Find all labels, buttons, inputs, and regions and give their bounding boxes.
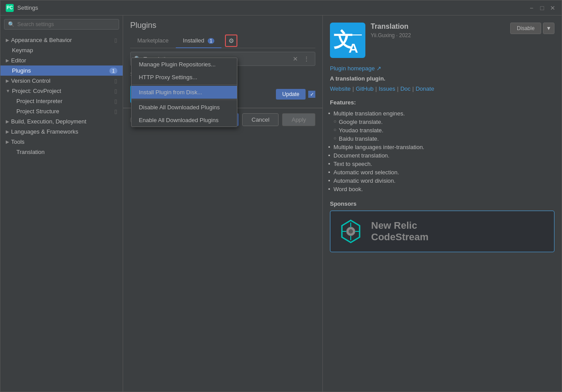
enable-all-item[interactable]: Enable All Downloaded Plugins (132, 114, 237, 127)
install-from-disk-item[interactable]: Install Plugin from Disk... (132, 86, 237, 99)
plugins-tabs: Marketplace Installed 1 ⚙ Manage Plugin … (130, 34, 315, 48)
sidebar-item-editor[interactable]: ▶ Editor (0, 55, 123, 65)
feature-item: Automatic word selection. (330, 168, 554, 177)
sponsors-title: Sponsors (330, 200, 554, 207)
sidebar-item-project-interpreter[interactable]: Project Interpreter ▯ (0, 96, 123, 106)
gear-button[interactable]: ⚙ (225, 35, 237, 47)
update-button[interactable]: Update (276, 89, 306, 100)
maximize-button[interactable]: □ (539, 4, 546, 12)
detail-panel: 文 A Translation Yii.Guxing · 2022 (322, 15, 562, 392)
sidebar-item-label: Project Interpreter (16, 98, 62, 104)
plugin-description: A translation plugin. (330, 75, 554, 82)
disable-button[interactable]: Disable (510, 23, 541, 34)
sidebar-item-label: Project Structure (16, 108, 59, 115)
detail-actions: Disable ▼ (510, 23, 554, 34)
tab-label: Marketplace (137, 37, 169, 44)
window-title: Settings (17, 4, 528, 11)
gear-dropdown-menu: Manage Plugin Repositories... HTTP Proxy… (131, 58, 237, 127)
plugin-links: Website | GitHub | Issues | Doc | Donate (330, 85, 554, 92)
plugin-enabled-checkbox[interactable]: ✓ (308, 91, 315, 98)
sidebar-item-label: Translation (16, 149, 45, 155)
tab-label: Installed (183, 37, 204, 44)
settings-search-box[interactable]: 🔍 (4, 19, 119, 30)
issues-link[interactable]: Issues (379, 85, 395, 92)
clear-search-button[interactable]: ✕ (291, 54, 300, 63)
detail-plugin-icon: 文 A (330, 23, 365, 58)
http-proxy-item[interactable]: HTTP Proxy Settings... (132, 71, 237, 84)
detail-plugin-name: Translation (371, 23, 411, 31)
plugins-title: Plugins (130, 21, 315, 30)
disable-dropdown-button[interactable]: ▼ (543, 23, 554, 34)
feature-item: Text to speech. (330, 160, 554, 168)
sidebar-item-plugins[interactable]: Plugins 1 (0, 65, 123, 76)
main-content: 🔍 ▶ Appearance & Behavior ▯ Keymap ▶ (0, 15, 562, 392)
donate-link[interactable]: Donate (415, 85, 434, 92)
plugins-header: Plugins Marketplace Installed 1 ⚙ (123, 15, 322, 48)
svg-point-10 (349, 229, 353, 234)
sidebar-item-version-control[interactable]: ▶ Version Control ▯ (0, 76, 123, 86)
menu-divider (132, 85, 237, 85)
sponsor-name-line1: New Relic (371, 220, 429, 231)
sidebar-item-project-structure[interactable]: Project Structure ▯ (0, 106, 123, 116)
sidebar-item-keymap[interactable]: Keymap (0, 45, 123, 55)
doc-link[interactable]: Doc (400, 85, 411, 92)
feature-item: Automatic word division. (330, 177, 554, 185)
sidebar-item-label: Plugins (12, 67, 31, 74)
more-options-button[interactable]: ⋮ (302, 54, 311, 63)
plugin-actions: Update ✓ (276, 89, 315, 100)
copy-icon: ▯ (114, 88, 117, 94)
plugin-search-actions: ✕ ⋮ (291, 54, 311, 63)
settings-window: PC Settings − □ ✕ 🔍 ▶ Appearance & Behav… (0, 0, 562, 392)
feature-item: Multiple languages inter-translation. (330, 143, 554, 151)
sidebar-item-label: Editor (11, 57, 26, 64)
sidebar-item-translation[interactable]: Translation (0, 147, 123, 157)
sidebar-item-languages[interactable]: ▶ Languages & Frameworks (0, 127, 123, 137)
settings-search-input[interactable] (17, 21, 115, 27)
expand-icon: ▶ (6, 78, 9, 83)
copy-icon: ▯ (114, 108, 117, 115)
sidebar-item-label: Version Control (11, 77, 50, 84)
minimize-button[interactable]: − (528, 4, 535, 12)
github-link[interactable]: GitHub (356, 85, 373, 92)
sidebar-item-tools[interactable]: ▶ Tools (0, 137, 123, 147)
feature-sub-item: Youdao translate. (330, 126, 554, 135)
installed-badge: 1 (208, 38, 215, 44)
feature-item: Word book. (330, 185, 554, 193)
plugins-badge: 1 (109, 68, 117, 74)
features-title: Features: (330, 99, 554, 106)
tab-marketplace[interactable]: Marketplace (130, 34, 176, 48)
detail-plugin-info: Translation Yii.Guxing · 2022 Disable ▼ (371, 23, 554, 38)
manage-repos-item[interactable]: Manage Plugin Repositories... (132, 58, 237, 71)
detail-plugin-version: Yii.Guxing · 2022 (371, 32, 411, 38)
title-bar: PC Settings − □ ✕ (0, 0, 562, 15)
sidebar-item-label: Build, Execution, Deployment (11, 118, 86, 125)
tab-installed[interactable]: Installed 1 (176, 34, 222, 48)
disable-all-item[interactable]: Disable All Downloaded Plugins (132, 101, 237, 114)
window-controls: − □ ✕ (528, 4, 556, 12)
sidebar-item-appearance[interactable]: ▶ Appearance & Behavior ▯ (0, 35, 123, 45)
search-icon: 🔍 (8, 21, 15, 27)
sponsor-name-line2: CodeStream (371, 231, 429, 243)
close-button[interactable]: ✕ (549, 4, 556, 12)
plugin-homepage-link[interactable]: Plugin homepage ↗ (330, 65, 381, 72)
expand-icon: ▶ (6, 129, 9, 134)
website-link[interactable]: Website (330, 85, 351, 92)
sponsor-card[interactable]: New Relic CodeStream (330, 211, 554, 252)
app-icon: PC (6, 4, 14, 12)
sidebar-item-build[interactable]: ▶ Build, Execution, Deployment (0, 116, 123, 127)
copy-icon: ▯ (114, 98, 117, 104)
expand-icon: ▶ (6, 139, 9, 144)
cancel-button[interactable]: Cancel (242, 113, 279, 126)
detail-header: 文 A Translation Yii.Guxing · 2022 (330, 23, 554, 58)
sponsor-logo (337, 218, 364, 245)
gear-dropdown-container: ⚙ Manage Plugin Repositories... HTTP Pro… (221, 35, 237, 47)
sidebar-item-project[interactable]: ▼ Project: CovProject ▯ (0, 86, 123, 96)
feature-item: Document translation. (330, 151, 554, 160)
apply-button[interactable]: Apply (282, 113, 315, 126)
feature-sub-item: Google translate. (330, 118, 554, 126)
sidebar-items: ▶ Appearance & Behavior ▯ Keymap ▶ Edito… (0, 33, 123, 392)
sidebar-item-label: Project: CovProject (12, 88, 61, 94)
expand-icon: ▶ (6, 119, 9, 124)
sidebar-item-label: Keymap (12, 47, 33, 54)
expand-icon: ▶ (6, 38, 9, 42)
